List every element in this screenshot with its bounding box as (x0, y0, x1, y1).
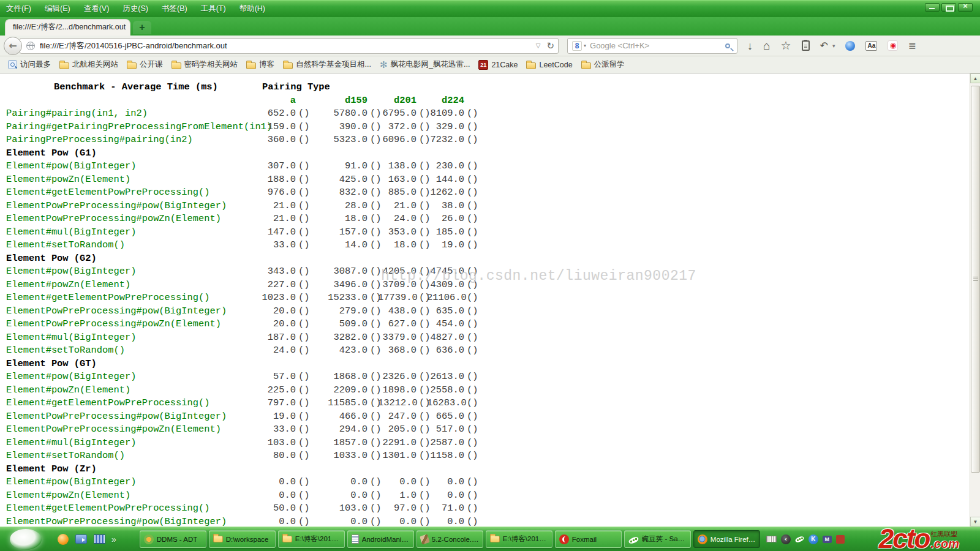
task-ddms-adt[interactable]: DDMS - ADT (140, 530, 206, 548)
value-paren: () (464, 515, 475, 527)
ql-media-icon[interactable] (75, 534, 87, 544)
value-cell: 0.0 (260, 515, 296, 527)
bookmark-gongpai-abroad[interactable]: 公派留学 (577, 58, 629, 72)
back-button[interactable]: ← (4, 37, 22, 55)
value-cell: 14.0 (306, 239, 368, 252)
value-cell: 665.0 (427, 410, 464, 424)
menubar-item-file[interactable]: 文件(F) (6, 4, 31, 14)
bookmark-star-icon[interactable]: ☆ (780, 40, 791, 51)
benchmark-data-row: Element#setToRandom()24.0()423.0()368.0(… (6, 344, 980, 358)
task-foxmail[interactable]: Foxmail (555, 530, 622, 548)
url-text[interactable]: file:///E:/博客/20140516-jPBC-android/benc… (40, 40, 536, 51)
value-paren: () (368, 160, 378, 173)
value-cell: 227.0 (260, 279, 296, 292)
task-firefox[interactable]: Mozilla Firefox (693, 530, 760, 548)
value-cell: 26.0 (427, 212, 464, 226)
value-cell: 21106.0 (427, 291, 464, 305)
benchmark-data-row: Element#pow(BigInteger)57.0()1868.0()232… (6, 370, 980, 384)
menubar-item-view[interactable]: 查看(V) (84, 4, 110, 14)
history-undo-icon[interactable]: ↶ (820, 41, 828, 51)
benchmark-data-row: ElementPowPreProcessing#pow(BigInteger)1… (6, 410, 980, 424)
value-cell: 0.0 (378, 476, 417, 489)
taskbar: » DDMS - ADTD:\workspaceE:\博客\20140...An… (0, 527, 980, 551)
bookmark-piaohua-movies[interactable]: 飘花电影网_飘花迅雷... (375, 58, 474, 72)
method-name: Element#pow(BigInteger) (6, 160, 260, 173)
value-cell: 144.0 (427, 173, 464, 187)
task-wandoujia[interactable]: 豌豆荚 - Samsu... (624, 530, 691, 548)
close-button[interactable] (958, 3, 973, 12)
hamburger-menu-icon[interactable]: ≡ (908, 40, 916, 52)
bookmark-blog[interactable]: 博客 (242, 58, 279, 72)
value-cell: 509.0 (306, 318, 368, 331)
method-name: Element#powZn(Element) (6, 173, 260, 187)
2cto-suffix: .com (930, 538, 959, 550)
wandoujia-tray-icon[interactable] (794, 535, 805, 543)
search-icon[interactable] (725, 43, 730, 48)
url-dropdown-icon[interactable]: ▽ (536, 42, 541, 49)
start-button[interactable] (10, 529, 42, 550)
quick-launch-overflow-chevron[interactable]: » (111, 534, 116, 544)
menubar-item-history[interactable]: 历史(S) (123, 4, 148, 14)
maximize-button[interactable] (941, 3, 956, 12)
value-paren: () (368, 226, 378, 239)
bookmark-most-visited[interactable]: 访问最多 (4, 58, 55, 72)
bookmark-buaa-sites[interactable]: 北航相关网站 (55, 58, 123, 72)
bookmarks-menu-icon[interactable] (802, 40, 810, 51)
search-bar[interactable]: 8 ▾ Google <Ctrl+K> (567, 38, 737, 54)
task-androidmanifest[interactable]: AndroidManifes... (347, 530, 414, 548)
task-d-workspace[interactable]: D:\workspace (209, 530, 276, 548)
dropdown-caret-icon[interactable]: ▾ (832, 43, 835, 49)
benchmark-data-row: Element#mul(BigInteger)103.0()1857.0()22… (6, 437, 980, 450)
bookmark-21cake[interactable]: 21Cake (474, 58, 522, 72)
google-engine-icon[interactable]: 8 (572, 41, 582, 51)
addon-blue-orb-icon[interactable] (845, 41, 855, 51)
scroll-up-button[interactable]: ▲ (970, 73, 980, 83)
ql-orange-icon[interactable] (58, 534, 69, 545)
bookmark-nsfc-projects[interactable]: 自然科学基金项目相... (279, 58, 375, 72)
url-bar[interactable]: file:///E:/博客/20140516-jPBC-android/benc… (20, 38, 559, 54)
tab-benchmark-out[interactable]: file:///E:/博客/2...d/benchmark.out (5, 19, 130, 36)
value-cell: 0.0 (427, 476, 464, 489)
menubar-item-tools[interactable]: 工具(T) (201, 4, 226, 14)
value-cell: 2613.0 (427, 370, 464, 384)
kingsoft-k-icon[interactable] (809, 534, 818, 544)
bookmark-open-courses[interactable]: 公开课 (123, 58, 167, 72)
vertical-scrollbar[interactable]: ▲ ▼ (970, 73, 980, 527)
column-header-row: ad159d201d224 (6, 94, 980, 108)
method-name: Element#getElementPowPreProcessing() (6, 186, 260, 200)
ql-film-icon[interactable] (94, 534, 105, 544)
method-name: ElementPowPreProcessing#powZn(Element) (6, 318, 260, 331)
back-circle-icon[interactable] (781, 534, 791, 544)
task-label: E:\博客\20140... (295, 534, 341, 544)
scroll-down-button[interactable]: ▼ (970, 517, 980, 527)
menubar-item-edit[interactable]: 编辑(E) (45, 4, 70, 14)
keyboard-icon[interactable] (766, 536, 777, 542)
value-paren: () (464, 449, 475, 463)
task-e-blog-folder-1[interactable]: E:\博客\20140... (278, 530, 345, 548)
bookmark-crypto-sites[interactable]: 密码学相关网站 (167, 58, 243, 72)
addon-aa-icon[interactable]: Aa (865, 41, 877, 51)
value-cell: 294.0 (306, 423, 368, 437)
task-concole-jp[interactable]: 5.2-Concole.JP... (417, 530, 483, 548)
search-placeholder[interactable]: Google <Ctrl+K> (590, 41, 725, 50)
value-paren: () (464, 107, 475, 121)
menubar-item-help[interactable]: 帮助(H) (239, 4, 265, 14)
security-icon[interactable] (836, 535, 845, 544)
section-label: Element Pow (GT) (6, 358, 475, 371)
search-engine-dropdown-icon[interactable]: ▾ (584, 43, 586, 48)
value-paren: () (464, 423, 475, 437)
minimize-button[interactable] (925, 3, 940, 12)
download-icon[interactable]: ↓ (747, 40, 753, 51)
value-paren: () (464, 370, 475, 384)
value-cell: 1262.0 (427, 186, 464, 200)
value-cell: 80.0 (260, 449, 296, 463)
task-e-blog-folder-2[interactable]: E:\博客\20140... (486, 530, 552, 548)
weibo-icon[interactable]: ◉ (888, 40, 898, 51)
bookmark-leetcode[interactable]: LeetCode (522, 58, 576, 72)
reload-button[interactable]: ↻ (546, 40, 554, 51)
mail-icon[interactable] (823, 536, 832, 543)
scrollbar-thumb[interactable] (971, 86, 980, 473)
menubar-item-bookmarks[interactable]: 书签(B) (162, 4, 187, 14)
new-tab-button[interactable]: + (133, 21, 151, 34)
home-icon[interactable]: ⌂ (763, 40, 770, 51)
